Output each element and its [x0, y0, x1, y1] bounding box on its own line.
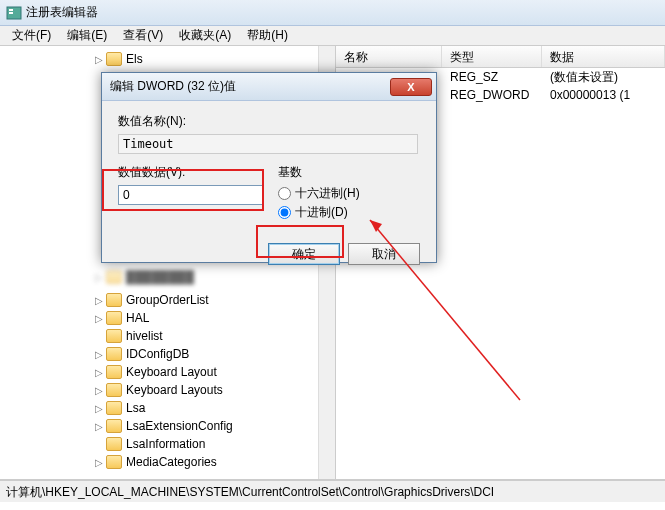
menu-view[interactable]: 查看(V) [115, 25, 171, 46]
folder-icon [106, 311, 122, 325]
folder-icon [106, 401, 122, 415]
tree-item-label: GroupOrderList [126, 293, 209, 307]
value-data-input[interactable] [118, 185, 264, 205]
tree-item-label: Keyboard Layouts [126, 383, 223, 397]
folder-icon [106, 293, 122, 307]
tree-item[interactable]: ▷ Els [0, 50, 335, 68]
tree-item-label: hivelist [126, 329, 163, 343]
folder-icon [106, 455, 122, 469]
tree-item-label: Els [126, 52, 143, 66]
expand-icon[interactable]: ▷ [92, 457, 106, 468]
tree-item[interactable]: ▷ Keyboard Layouts [0, 381, 318, 399]
base-label: 基数 [278, 164, 360, 181]
expand-icon[interactable]: ▷ [92, 367, 106, 378]
tree-item-label: LsaInformation [126, 437, 205, 451]
expand-icon[interactable]: ▷ [92, 313, 106, 324]
svg-rect-2 [9, 12, 13, 14]
list-header: 名称 类型 数据 [336, 46, 665, 68]
col-header-data[interactable]: 数据 [542, 46, 665, 67]
expand-icon[interactable]: ▷ [92, 349, 106, 360]
tree-item-label: HAL [126, 311, 149, 325]
value-name-label: 数值名称(N): [118, 113, 420, 130]
tree-item[interactable]: ▷ Lsa [0, 399, 318, 417]
close-icon: X [407, 81, 414, 93]
statusbar: 计算机\HKEY_LOCAL_MACHINE\SYSTEM\CurrentCon… [0, 480, 665, 502]
radio-dec-label: 十进制(D) [295, 204, 348, 221]
col-header-name[interactable]: 名称 [336, 46, 442, 67]
tree-item-label: Lsa [126, 401, 145, 415]
statusbar-path: 计算机\HKEY_LOCAL_MACHINE\SYSTEM\CurrentCon… [6, 485, 494, 499]
folder-icon [106, 383, 122, 397]
app-icon [6, 5, 22, 21]
tree-item[interactable]: hivelist [0, 327, 318, 345]
menu-edit[interactable]: 编辑(E) [59, 25, 115, 46]
tree-item-label: LsaExtensionConfig [126, 419, 233, 433]
folder-icon [106, 329, 122, 343]
cell-data: 0x00000013 (1 [542, 88, 665, 102]
tree-item[interactable]: ▷ MediaCategories [0, 453, 318, 471]
svg-rect-1 [9, 9, 13, 11]
folder-icon [106, 419, 122, 433]
window-titlebar: 注册表编辑器 [0, 0, 665, 26]
folder-icon [106, 365, 122, 379]
radio-hex-label: 十六进制(H) [295, 185, 360, 202]
tree-item[interactable]: ▷ IDConfigDB [0, 345, 318, 363]
folder-icon [106, 52, 122, 66]
expand-icon[interactable]: ▷ [92, 403, 106, 414]
radio-hex-input[interactable] [278, 187, 291, 200]
tree-item[interactable]: ▷ LsaExtensionConfig [0, 417, 318, 435]
ok-button[interactable]: 确定 [268, 243, 340, 265]
folder-icon [106, 437, 122, 451]
tree-item-label: Keyboard Layout [126, 365, 217, 379]
menu-file[interactable]: 文件(F) [4, 25, 59, 46]
value-data-label: 数值数据(V): [118, 164, 278, 181]
dialog-body: 数值名称(N): Timeout 数值数据(V): 基数 十六进制(H) 十进制… [102, 101, 436, 235]
expand-icon[interactable]: ▷ [92, 54, 106, 65]
tree-item-label: MediaCategories [126, 455, 217, 469]
tree-item[interactable]: ▷ Keyboard Layout [0, 363, 318, 381]
col-header-type[interactable]: 类型 [442, 46, 542, 67]
cell-data: (数值未设置) [542, 69, 665, 86]
menubar: 文件(F) 编辑(E) 查看(V) 收藏夹(A) 帮助(H) [0, 26, 665, 46]
radio-dec[interactable]: 十进制(D) [278, 204, 360, 221]
expand-icon[interactable]: ▷ [92, 385, 106, 396]
menu-help[interactable]: 帮助(H) [239, 25, 296, 46]
window-title: 注册表编辑器 [26, 4, 98, 21]
tree-item[interactable]: ▷ HAL [0, 309, 318, 327]
cell-type: REG_DWORD [442, 88, 542, 102]
value-name-field: Timeout [118, 134, 418, 154]
expand-icon[interactable]: ▷ [92, 295, 106, 306]
radio-hex[interactable]: 十六进制(H) [278, 185, 360, 202]
folder-icon [106, 347, 122, 361]
tree-item-label: IDConfigDB [126, 347, 189, 361]
tree-item[interactable]: ▷ GroupOrderList [0, 291, 318, 309]
edit-dword-dialog: 编辑 DWORD (32 位)值 X 数值名称(N): Timeout 数值数据… [101, 72, 437, 263]
dialog-titlebar[interactable]: 编辑 DWORD (32 位)值 X [102, 73, 436, 101]
dialog-title: 编辑 DWORD (32 位)值 [110, 78, 236, 95]
tree-item[interactable]: LsaInformation [0, 435, 318, 453]
menu-favorites[interactable]: 收藏夹(A) [171, 25, 239, 46]
radio-dec-input[interactable] [278, 206, 291, 219]
cancel-button[interactable]: 取消 [348, 243, 420, 265]
close-button[interactable]: X [390, 78, 432, 96]
expand-icon[interactable]: ▷ [92, 421, 106, 432]
cell-type: REG_SZ [442, 70, 542, 84]
